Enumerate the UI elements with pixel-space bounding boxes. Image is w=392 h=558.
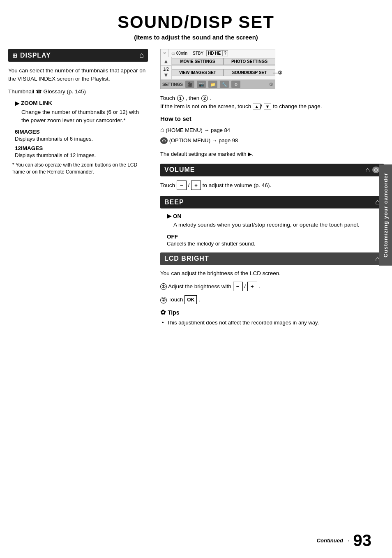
cam-icon5: ⚙ (231, 81, 240, 88)
display-section-header: ⊞ DISPLAY ⌂ (8, 49, 148, 62)
circle-1: 1 (177, 95, 184, 102)
cam-battery: ▭ 60min (169, 50, 190, 57)
12images-section: 12IMAGES Displays thumbnails of 12 image… (8, 145, 148, 158)
cam-stby: STBY (190, 50, 206, 57)
step2-num: ② (160, 297, 167, 303)
beep-title: BEEP (164, 199, 184, 206)
default-note: The default settings are marked with ▶. (160, 151, 384, 157)
cam-movie-settings: MOVIE SETTINGS (172, 58, 224, 65)
lcd-bright-section: LCD BRIGHT ⌂ You can adjust the brightne… (160, 252, 384, 327)
page-title: SOUND/DISP SET (0, 12, 392, 32)
beep-off-section: OFF Cancels the melody or shutter sound. (160, 234, 384, 247)
display-body1: You can select the number of thumbnails … (8, 67, 148, 83)
lcd-step1: ① Adjust the brightness with − / + . (160, 282, 384, 292)
beep-on-desc: A melody sounds when you start/stop reco… (173, 221, 384, 229)
cam-row-settings1: ▲ MOVIE SETTINGS PHOTO SETTINGS (161, 57, 275, 66)
lcd-title: LCD BRIGHT (164, 255, 209, 262)
continued-text: Continued → (317, 537, 350, 544)
cam-icon3: 📁 (208, 81, 217, 88)
zoom-link-section: ▶ ZOOM LINK Change the number of thumbna… (15, 100, 148, 125)
option-icon-small: ⊙ (160, 137, 168, 144)
cam-nav-up: ▲ (161, 57, 172, 65)
cam-icon4: 🔧 (220, 81, 229, 88)
volume-option-icon: ⊙ (372, 167, 380, 173)
display-header-title: DISPLAY (20, 52, 51, 59)
cam-row-icons: SETTINGS 🎥 📷 📁 🔧 ⚙ —① (161, 80, 275, 89)
page-number: 93 (353, 531, 372, 550)
cam-icon1: 🎥 (185, 81, 194, 88)
arrow-right-icon: ▶ (15, 100, 19, 107)
beep-header: BEEP ⌂ (160, 196, 384, 208)
volume-section: VOLUME ⌂ ⊙ Touch − / + to adjust the vol… (160, 164, 384, 190)
6images-section: 6IMAGES Displays thumbnails of 6 images. (8, 129, 148, 142)
beep-section: BEEP ⌂ ▶ ON A melody sounds when you sta… (160, 196, 384, 246)
display-grid-icon: ⊞ (12, 52, 18, 59)
beep-on-section: ▶ ON A melody sounds when you start/stop… (167, 213, 384, 229)
how-to-set-title: How to set (160, 115, 384, 122)
12images-desc: Displays thumbnails of 12 images. (15, 152, 148, 158)
tips-title: ✿ Tips (160, 308, 384, 316)
cam-view-images: VIEW IMAGES SET (172, 69, 224, 76)
zoom-link-title: ▶ ZOOM LINK (15, 100, 148, 107)
zoom-link-desc: Change the number of thumbnails (6 or 12… (21, 108, 148, 125)
cam-hd: HD HE (206, 50, 222, 56)
lcd-body: You can adjust the brightness of the LCD… (160, 269, 384, 278)
volume-header: VOLUME ⌂ ⊙ (160, 164, 384, 176)
plus-btn[interactable]: + (191, 181, 201, 190)
beep-off-title: OFF (167, 234, 384, 240)
cam-icon2: 📷 (197, 81, 206, 88)
volume-body: Touch − / + to adjust the volume (p. 46)… (160, 181, 384, 190)
12images-title: 12IMAGES (15, 145, 148, 151)
cam-close: × (161, 49, 169, 57)
cam-sound-disp: SOUND/DISP SET —② (224, 69, 275, 76)
how-to-set-section: How to set ⌂ (HOME MENU) → page 84 ⊙ (OP… (160, 115, 384, 145)
cam-row-settings2: 1/2 ▼ VIEW IMAGES SET SOUND/DISP SET —② (161, 66, 275, 80)
volume-title: VOLUME (164, 166, 195, 174)
option-menu-row: ⊙ (OPTION MENU) → page 98 (160, 137, 384, 145)
page-subtitle: (Items to adjust the sound and the scree… (0, 34, 392, 41)
side-tab: Customizing your camcorder (379, 164, 392, 266)
cam-row-status: × ▭ 60min STBY HD HE ? (161, 49, 275, 57)
tip1: This adjustment does not affect the reco… (160, 319, 384, 327)
right-column: × ▭ 60min STBY HD HE ? ▲ MOVIE SETTINGS … (156, 49, 384, 333)
home-icon: ⌂ (139, 51, 144, 60)
beep-on-arrow: ▶ (167, 213, 171, 219)
display-thumbnail-line: Thumbnail ☎ Glossary (p. 145) (8, 88, 148, 96)
display-footnote: * You can also operate with the zoom but… (12, 162, 148, 176)
beep-off-desc: Cancels the melody or shutter sound. (167, 241, 384, 247)
cam-photo-settings: PHOTO SETTINGS (224, 58, 275, 65)
lcd-step2: ② Touch OK . (160, 295, 384, 304)
beep-on-title: ▶ ON (167, 213, 384, 219)
touch-instruction: Touch 1 , then 2 . If the item is not on… (160, 94, 384, 111)
tips-section: ✿ Tips This adjustment does not affect t… (160, 308, 384, 327)
minus-btn[interactable]: − (177, 181, 187, 190)
left-column: ⊞ DISPLAY ⌂ You can select the number of… (8, 49, 156, 333)
footer: Continued → 93 (317, 531, 371, 550)
lcd-plus-btn[interactable]: + (247, 282, 257, 292)
circle-2: 2 (201, 95, 208, 102)
lcd-minus-btn[interactable]: − (233, 282, 243, 292)
cam-q: ? (222, 50, 228, 56)
home-menu-row: ⌂ (HOME MENU) → page 84 (160, 125, 384, 135)
lcd-header: LCD BRIGHT ⌂ (160, 252, 384, 265)
camera-ui-mockup: × ▭ 60min STBY HD HE ? ▲ MOVIE SETTINGS … (160, 49, 275, 89)
volume-home-icon: ⌂ (365, 166, 370, 174)
home-icon-small: ⌂ (160, 126, 164, 133)
display-header-left: ⊞ DISPLAY (12, 52, 51, 59)
display-header-icons: ⌂ (139, 51, 144, 60)
volume-header-icons: ⌂ ⊙ (365, 166, 380, 174)
step1-num: ① (160, 283, 167, 290)
6images-title: 6IMAGES (15, 129, 148, 135)
6images-desc: Displays thumbnails of 6 images. (15, 136, 148, 142)
ok-btn[interactable]: OK (184, 295, 197, 304)
sun-icon: ✿ (160, 308, 166, 316)
cam-page-num: 1/2 ▼ (161, 66, 172, 79)
